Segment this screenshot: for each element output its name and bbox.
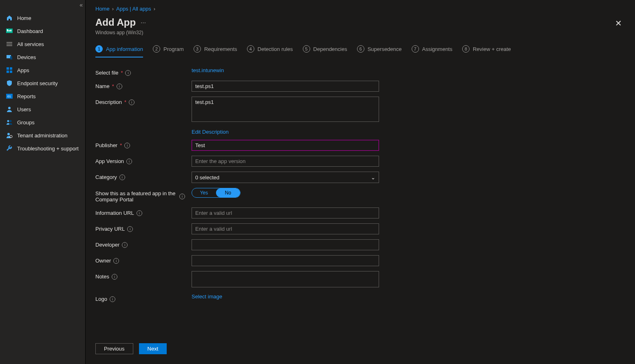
required-mark: * [120, 142, 122, 148]
notes-textarea[interactable] [192, 271, 379, 287]
info-icon[interactable]: i [117, 84, 122, 89]
sidebar-item-all-services[interactable]: All services [0, 38, 85, 51]
sidebar-item-users[interactable]: Users [0, 103, 85, 116]
tab-dependencies[interactable]: 5 Dependencies [303, 45, 347, 57]
category-select[interactable]: 0 selected ⌄ [192, 172, 379, 183]
info-icon[interactable]: i [126, 159, 132, 164]
svg-rect-9 [7, 67, 9, 70]
sidebar-item-label: Troubleshooting + support [17, 146, 79, 152]
tab-detection-rules[interactable]: 4 Detection rules [247, 45, 293, 57]
tab-app-information[interactable]: 1 App information [95, 45, 143, 57]
page-subtitle: Windows app (Win32) [95, 30, 146, 35]
svg-rect-2 [9, 30, 10, 31]
svg-rect-1 [7, 29, 8, 31]
toggle-no[interactable]: No [216, 188, 240, 197]
breadcrumb-home[interactable]: Home [95, 6, 110, 12]
previous-button[interactable]: Previous [95, 343, 133, 354]
info-icon[interactable]: i [137, 210, 142, 216]
footer: Previous Next [86, 338, 635, 364]
apps-icon [6, 66, 13, 74]
svg-text:01: 01 [7, 95, 11, 98]
sidebar-item-home[interactable]: Home [0, 11, 85, 24]
tab-program[interactable]: 2 Program [153, 45, 184, 57]
info-icon[interactable]: i [129, 99, 134, 105]
featured-label: Show this as a featured app in the Compa… [95, 190, 177, 203]
sidebar-item-label: Home [17, 15, 31, 21]
info-icon[interactable]: i [125, 70, 131, 76]
sidebar: « Home Dashboard All services Devices [0, 0, 86, 364]
app-version-label: App Version [95, 158, 124, 164]
tab-assignments[interactable]: 7 Assignments [412, 45, 452, 57]
admin-icon [6, 132, 13, 139]
sidebar-item-label: Reports [17, 93, 36, 99]
chevron-down-icon: ⌄ [371, 174, 375, 181]
more-menu-button[interactable]: ⋯ [141, 20, 146, 26]
privacy-url-input[interactable] [192, 223, 379, 234]
toggle-yes[interactable]: Yes [192, 188, 216, 197]
devices-icon [6, 53, 13, 61]
select-file-label: Select file [95, 70, 118, 76]
sidebar-item-label: All services [17, 41, 44, 47]
featured-toggle[interactable]: Yes No [192, 188, 240, 198]
select-image-link[interactable]: Select image [192, 293, 222, 300]
tab-label: App information [106, 46, 143, 52]
tab-review-create[interactable]: 8 Review + create [462, 45, 511, 57]
info-url-input[interactable] [192, 207, 379, 218]
sidebar-item-troubleshooting[interactable]: Troubleshooting + support [0, 142, 85, 155]
tab-label: Detection rules [258, 46, 293, 52]
breadcrumb-apps[interactable]: Apps | All apps [116, 6, 151, 12]
svg-rect-10 [10, 67, 12, 70]
sidebar-item-dashboard[interactable]: Dashboard [0, 24, 85, 38]
page-title: Add App [95, 17, 136, 28]
owner-input[interactable] [192, 255, 379, 266]
tab-supersedence[interactable]: 6 Supersedence [357, 45, 402, 57]
info-icon[interactable]: i [119, 174, 125, 180]
app-version-input[interactable] [192, 156, 379, 167]
sidebar-item-reports[interactable]: 01 Reports [0, 90, 85, 103]
next-button[interactable]: Next [139, 343, 167, 354]
breadcrumb: Home › Apps | All apps › [86, 0, 635, 14]
form: Select file * i test.intunewin Name * i [86, 57, 635, 338]
tab-number: 8 [462, 45, 470, 53]
tab-label: Requirements [204, 46, 237, 52]
name-label: Name [95, 83, 110, 89]
info-url-label: Information URL [95, 210, 134, 216]
category-value: 0 selected [195, 174, 219, 181]
logo-label: Logo [95, 296, 107, 302]
sidebar-item-label: Groups [17, 119, 35, 126]
sidebar-item-tenant-administration[interactable]: Tenant administration [0, 129, 85, 142]
tab-number: 4 [247, 45, 254, 53]
edit-description-link[interactable]: Edit Description [192, 129, 229, 135]
dashboard-icon [6, 27, 13, 35]
notes-label: Notes [95, 274, 109, 280]
group-icon [6, 119, 13, 126]
info-icon[interactable]: i [179, 194, 185, 199]
list-icon [6, 40, 13, 48]
sidebar-item-devices[interactable]: Devices [0, 51, 85, 64]
svg-point-19 [10, 135, 12, 138]
collapse-sidebar-button[interactable]: « [79, 2, 83, 8]
info-icon[interactable]: i [113, 258, 119, 264]
sidebar-item-endpoint-security[interactable]: Endpoint security [0, 77, 85, 90]
info-icon[interactable]: i [122, 242, 128, 248]
info-icon[interactable]: i [110, 296, 115, 302]
publisher-input[interactable] [192, 140, 379, 151]
required-mark: * [124, 99, 126, 105]
info-icon[interactable]: i [124, 143, 130, 148]
select-file-link[interactable]: test.intunewin [192, 67, 224, 73]
description-textarea[interactable] [192, 97, 379, 122]
description-label: Description [95, 99, 122, 105]
sidebar-item-groups[interactable]: Groups [0, 116, 85, 129]
tab-requirements[interactable]: 3 Requirements [194, 45, 237, 57]
info-icon[interactable]: i [127, 226, 133, 232]
main-panel: Home › Apps | All apps › Add App ⋯ Windo… [86, 0, 635, 364]
info-icon[interactable]: i [112, 274, 117, 280]
sidebar-item-label: Tenant administration [17, 132, 68, 139]
sidebar-item-apps[interactable]: Apps [0, 64, 85, 77]
user-icon [6, 106, 13, 113]
name-input[interactable] [192, 81, 379, 92]
tab-label: Assignments [422, 46, 452, 52]
privacy-url-label: Privacy URL [95, 226, 125, 232]
developer-input[interactable] [192, 239, 379, 250]
close-button[interactable]: ✕ [612, 17, 625, 30]
